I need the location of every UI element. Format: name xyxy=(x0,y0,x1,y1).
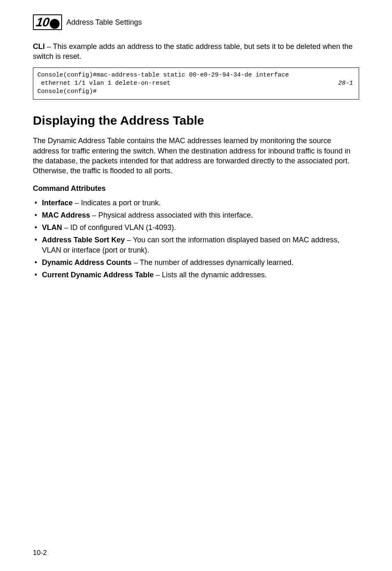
list-item: Dynamic Address Counts – The number of a… xyxy=(33,258,359,267)
attr-desc: – The number of addresses dynamically le… xyxy=(131,258,293,267)
attr-name: Current Dynamic Address Table xyxy=(42,271,154,279)
code-reference: 28-1 xyxy=(338,79,353,88)
attr-name: VLAN xyxy=(42,223,62,232)
command-attributes-heading: Command Attributes xyxy=(33,184,359,193)
attr-name: Address Table Sort Key xyxy=(42,236,125,244)
attributes-list: Interface – Indicates a port or trunk. M… xyxy=(33,198,359,280)
chapter-badge: 10 xyxy=(33,14,62,30)
section-heading: Displaying the Address Table xyxy=(33,114,359,128)
list-item: Current Dynamic Address Table – Lists al… xyxy=(33,270,359,280)
attr-desc: – Indicates a port or trunk. xyxy=(73,199,161,207)
chapter-number: 10 xyxy=(35,16,50,28)
attr-desc: – ID of configured VLAN (1-4093). xyxy=(62,223,176,232)
attr-name: Dynamic Address Counts xyxy=(42,258,131,267)
chapter-dot-icon xyxy=(50,19,60,29)
cli-intro-text: – This example adds an address to the st… xyxy=(33,42,353,60)
list-item: Interface – Indicates a port or trunk. xyxy=(33,198,359,208)
cli-intro-paragraph: CLI – This example adds an address to th… xyxy=(33,42,359,62)
attr-desc: – Lists all the dynamic addresses. xyxy=(154,271,267,279)
list-item: VLAN – ID of configured VLAN (1-4093). xyxy=(33,223,359,232)
list-item: MAC Address – Physical address associate… xyxy=(33,210,359,220)
code-line-2: ethernet 1/1 vlan 1 delete-on-reset xyxy=(37,80,171,87)
cli-label: CLI xyxy=(33,42,45,51)
attr-name: MAC Address xyxy=(42,211,90,219)
code-line-1: Console(config)#mac-address-table static… xyxy=(37,72,289,79)
page-header: 10 Address Table Settings xyxy=(33,14,359,30)
code-example: Console(config)#mac-address-table static… xyxy=(33,67,359,100)
attr-desc: – Physical address associated with this … xyxy=(90,211,253,219)
list-item: Address Table Sort Key – You can sort th… xyxy=(33,235,359,255)
code-line-3: Console(config)# xyxy=(37,88,97,95)
running-header-title: Address Table Settings xyxy=(66,18,142,27)
attr-name: Interface xyxy=(42,199,73,207)
page-number: 10-2 xyxy=(33,549,47,557)
section-paragraph: The Dynamic Address Table contains the M… xyxy=(33,136,359,176)
